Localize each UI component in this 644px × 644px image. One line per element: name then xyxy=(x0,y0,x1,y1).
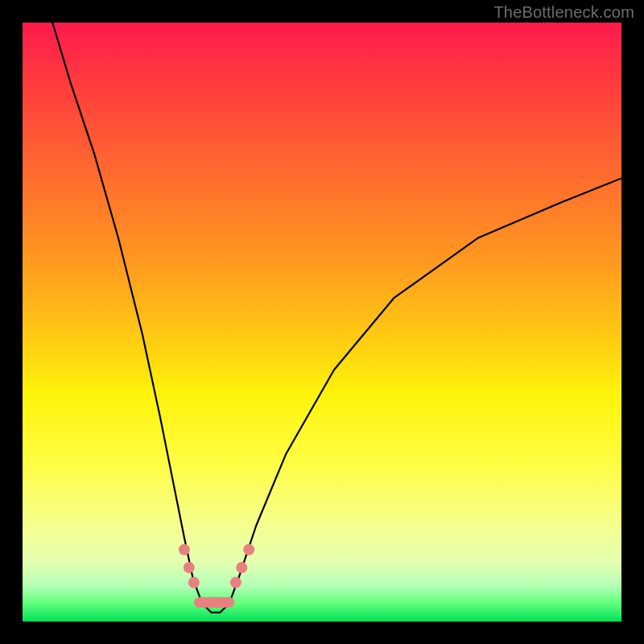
marker-dot xyxy=(184,562,195,573)
chart-frame: TheBottleneck.com xyxy=(0,0,644,644)
marker-group xyxy=(179,544,254,603)
plot-area xyxy=(23,23,621,621)
bottleneck-curve xyxy=(52,23,621,613)
marker-dot xyxy=(243,544,254,555)
marker-dot xyxy=(236,562,247,573)
marker-dot xyxy=(188,577,200,588)
marker-dot xyxy=(179,544,190,555)
marker-dot xyxy=(230,577,242,588)
watermark-text: TheBottleneck.com xyxy=(493,3,634,22)
chart-svg xyxy=(23,23,621,621)
